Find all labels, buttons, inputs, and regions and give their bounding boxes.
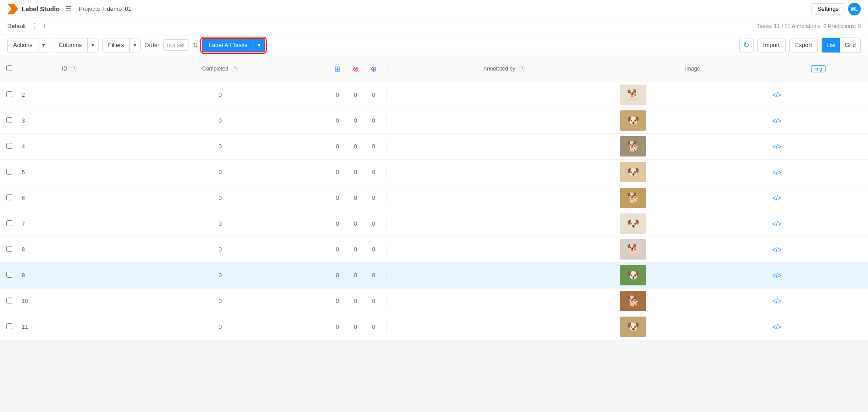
table-row[interactable]: 7 0 0 0 0 🐶 </> — [0, 211, 868, 237]
hamburger-icon[interactable]: ☰ — [65, 5, 71, 13]
label-all-main-button[interactable]: Label All Tasks — [203, 39, 254, 52]
actions-button[interactable]: Actions — [8, 38, 38, 52]
row-img-code-cell[interactable]: </> — [769, 82, 868, 108]
view-dots-icon[interactable]: ⋮ — [31, 22, 38, 30]
table-row[interactable]: 11 0 0 0 0 🐶 </> — [0, 314, 868, 340]
id-column-header: ID ? — [18, 56, 121, 82]
row-divider-2 — [382, 82, 392, 108]
code-link-icon[interactable]: </> — [772, 143, 781, 150]
filters-arrow-button[interactable]: ▾ — [129, 38, 140, 52]
row-img-code-cell[interactable]: </> — [769, 185, 868, 211]
add-view-button[interactable]: + — [42, 22, 46, 30]
row-img-code-cell[interactable]: </> — [769, 133, 868, 159]
task-table-container: ID ? Completed ? ⊞ ⊗ ⊕ — [0, 56, 868, 340]
row-img-code-cell[interactable]: </> — [769, 159, 868, 185]
row-annotated-by-cell — [392, 314, 617, 340]
filters-button[interactable]: Filters — [103, 38, 129, 52]
columns-button[interactable]: Columns — [53, 38, 87, 52]
code-link-icon[interactable]: </> — [772, 298, 781, 305]
row-checkbox[interactable] — [6, 91, 12, 97]
row-annotated-by-cell — [392, 237, 617, 262]
code-link-icon[interactable]: </> — [772, 169, 781, 176]
actions-dropdown[interactable]: Actions ▾ — [7, 38, 49, 52]
sort-icon[interactable]: ⇅ — [193, 42, 198, 49]
table-row[interactable]: 3 0 0 0 0 🐶 </> — [0, 108, 868, 133]
table-row[interactable]: 5 0 0 0 0 🐶 </> — [0, 159, 868, 185]
code-link-icon[interactable]: </> — [772, 194, 781, 202]
row-id-cell: 7 — [18, 211, 121, 237]
row-divider-2 — [382, 288, 392, 314]
id-help-icon[interactable]: ? — [71, 66, 77, 72]
columns-arrow-button[interactable]: ▾ — [87, 38, 98, 52]
filters-dropdown[interactable]: Filters ▾ — [102, 38, 141, 52]
select-all-checkbox[interactable] — [6, 65, 12, 71]
row-img-code-cell[interactable]: </> — [769, 237, 868, 262]
row-plus-cell: 0 — [364, 133, 382, 159]
grid-view-button[interactable]: Grid — [840, 38, 860, 52]
row-img-code-cell[interactable]: </> — [769, 288, 868, 314]
breadcrumb-parent[interactable]: Projects — [79, 5, 100, 12]
row-img-code-cell[interactable]: </> — [769, 314, 868, 340]
code-link-icon[interactable]: </> — [772, 246, 781, 253]
col-divider-2 — [387, 64, 387, 73]
row-img-code-cell[interactable]: </> — [769, 108, 868, 133]
table-row[interactable]: 6 0 0 0 0 🐕 </> — [0, 185, 868, 211]
row-annotations-cell: 0 — [328, 185, 346, 211]
label-all-tasks-button[interactable]: Label All Tasks ▾ — [202, 38, 266, 52]
row-completed-cell: 0 — [121, 211, 319, 237]
export-button[interactable]: Export — [789, 38, 818, 52]
settings-button[interactable]: Settings — [811, 3, 844, 14]
select-all-checkbox-header[interactable] — [0, 56, 18, 82]
table-row[interactable]: 9 0 0 0 0 🐶 </> — [0, 262, 868, 288]
columns-dropdown[interactable]: Columns ▾ — [53, 38, 99, 52]
table-row[interactable]: 4 0 0 0 0 🐕 </> — [0, 133, 868, 159]
row-checkbox[interactable] — [6, 220, 12, 226]
row-annotations-cell: 0 — [328, 262, 346, 288]
code-link-icon[interactable]: </> — [772, 117, 781, 124]
order-value[interactable]: not set — [163, 39, 189, 51]
plus-circle-icon: ⊕ — [371, 65, 377, 73]
table-row[interactable]: 8 0 0 0 0 🐕 </> — [0, 237, 868, 262]
cancel-icon-header: ⊗ — [346, 56, 364, 82]
row-annotated-by-cell — [392, 262, 617, 288]
actions-arrow-button[interactable]: ▾ — [38, 38, 49, 52]
row-cancel-cell: 0 — [346, 314, 364, 340]
row-divider-1 — [319, 211, 328, 237]
completed-help-icon[interactable]: ? — [231, 66, 238, 72]
view-toggle: List Grid — [821, 38, 861, 53]
table-row[interactable]: 2 0 0 0 0 🐕 </> — [0, 82, 868, 108]
row-checkbox[interactable] — [6, 323, 12, 329]
row-img-code-cell[interactable]: </> — [769, 211, 868, 237]
row-divider-1 — [319, 108, 328, 133]
code-link-icon[interactable]: </> — [772, 91, 781, 99]
row-img-code-cell[interactable]: </> — [769, 262, 868, 288]
annotated-by-help-icon[interactable]: ? — [519, 66, 525, 72]
cancel-circle-icon: ⊗ — [353, 65, 359, 73]
code-link-icon[interactable]: </> — [772, 220, 781, 227]
code-link-icon[interactable]: </> — [772, 272, 781, 279]
row-checkbox[interactable] — [6, 246, 12, 252]
row-checkbox[interactable] — [6, 194, 12, 200]
row-checkbox-cell — [0, 237, 18, 262]
table-row[interactable]: 10 0 0 0 0 🐕 </> — [0, 288, 868, 314]
row-annotations-cell: 0 — [328, 159, 346, 185]
toolbar: Actions ▾ Columns ▾ Filters ▾ Order not … — [0, 34, 868, 56]
row-checkbox[interactable] — [6, 143, 12, 149]
row-checkbox[interactable] — [6, 272, 12, 278]
row-image-cell: 🐶 — [617, 211, 769, 237]
row-checkbox[interactable] — [6, 117, 12, 123]
row-annotated-by-cell — [392, 288, 617, 314]
row-checkbox[interactable] — [6, 169, 12, 175]
list-view-button[interactable]: List — [822, 38, 840, 52]
row-image-cell: 🐕 — [617, 185, 769, 211]
annotated-by-label: Annotated by — [483, 66, 515, 72]
row-cancel-cell: 0 — [346, 237, 364, 262]
row-divider-2 — [382, 159, 392, 185]
row-id-cell: 4 — [18, 133, 121, 159]
row-divider-2 — [382, 314, 392, 340]
refresh-button[interactable]: ↻ — [739, 38, 754, 52]
row-checkbox[interactable] — [6, 298, 12, 303]
label-all-arrow-button[interactable]: ▾ — [254, 39, 264, 52]
import-button[interactable]: Import — [757, 38, 786, 52]
code-link-icon[interactable]: </> — [772, 323, 781, 331]
